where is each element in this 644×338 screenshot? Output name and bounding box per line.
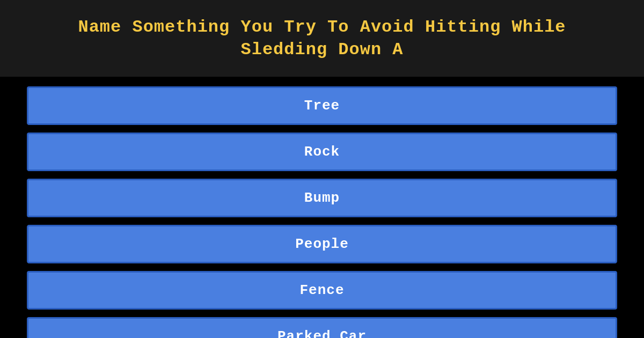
- answer-row-5[interactable]: Fence: [27, 271, 617, 310]
- answer-row-1[interactable]: Tree: [27, 86, 617, 125]
- answer-label-4: People: [295, 236, 349, 252]
- header-section: Name Something You Try To Avoid Hitting …: [0, 0, 644, 77]
- answer-label-6: Parked Car: [277, 328, 367, 338]
- answer-row-4[interactable]: People: [27, 225, 617, 263]
- answer-label-1: Tree: [304, 98, 340, 114]
- answer-row-6[interactable]: Parked Car: [27, 317, 617, 338]
- answer-label-5: Fence: [299, 282, 344, 298]
- answer-label-3: Bump: [304, 190, 340, 206]
- answer-label-2: Rock: [304, 144, 340, 160]
- answer-row-3[interactable]: Bump: [27, 179, 617, 217]
- question-title: Name Something You Try To Avoid Hitting …: [32, 16, 612, 61]
- answers-container: TreeRockBumpPeopleFenceParked Car: [0, 77, 644, 338]
- answer-row-2[interactable]: Rock: [27, 133, 617, 171]
